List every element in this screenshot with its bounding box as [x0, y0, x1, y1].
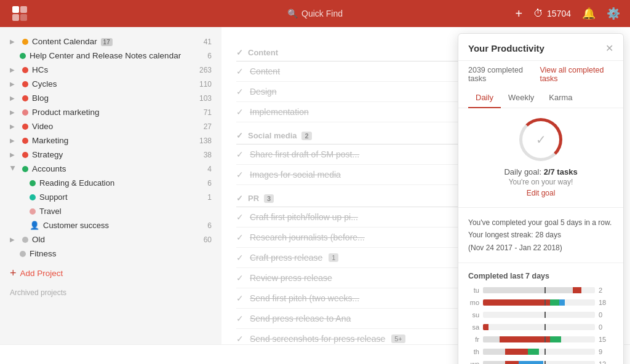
sidebar-item-product-marketing[interactable]: ▶ Product marketing 71 — [0, 105, 221, 119]
goal-area: ✓ Daily goal: 2/7 tasks You're on your w… — [458, 108, 623, 204]
sidebar-item-video[interactable]: ▶ Video 27 — [0, 119, 221, 133]
sidebar-item-travel[interactable]: Travel — [0, 204, 221, 218]
sidebar-item-cycles[interactable]: ▶ Cycles 110 — [0, 77, 221, 91]
tab-daily[interactable]: Daily — [468, 88, 501, 108]
project-dot — [22, 152, 28, 158]
chevron-right-icon: ▶ — [10, 137, 16, 144]
streak-area: You've completed your goal 5 days in a r… — [458, 212, 623, 259]
app-header: 🔍 Quick Find + ⏱ 15704 🔔 ⚙️ — [0, 0, 630, 27]
bar-row-sa: sa 0 — [468, 322, 613, 332]
check-icon: ✓ — [236, 87, 244, 97]
sidebar: ▶ Content Calendar 17 41 Help Center and… — [0, 27, 221, 364]
bar-row-fr: fr 15 — [468, 334, 613, 344]
notifications-icon[interactable]: 🔔 — [582, 7, 596, 20]
sidebar-item-marketing[interactable]: ▶ Marketing 138 — [0, 133, 221, 148]
main-layout: ▶ Content Calendar 17 41 Help Center and… — [0, 27, 630, 364]
chevron-right-icon: ▶ — [10, 109, 16, 116]
project-dot — [20, 53, 26, 59]
check-icon: ✓ — [236, 48, 243, 57]
check-icon: ✓ — [236, 66, 244, 76]
project-dot — [22, 109, 28, 116]
check-icon: ✓ — [236, 253, 244, 263]
project-dot — [22, 166, 28, 172]
project-dot — [30, 180, 36, 186]
add-button[interactable]: + — [515, 7, 522, 21]
chevron-right-icon: ▶ — [10, 81, 16, 87]
project-dot — [22, 237, 28, 243]
chevron-down-icon: ▶ — [10, 166, 17, 172]
search-icon: 🔍 — [287, 9, 298, 18]
sidebar-item-strategy[interactable]: ▶ Strategy 38 — [0, 148, 221, 162]
check-icon: ✓ — [236, 273, 244, 283]
chevron-right-icon: ▶ — [10, 151, 16, 158]
archived-projects-label: Archived projects — [0, 283, 221, 302]
chevron-right-icon: ▶ — [10, 236, 16, 243]
main-content: ✓ Content ✓ Content ✓ Design ✓ Implement… — [221, 27, 630, 364]
plus-icon: + — [10, 267, 17, 280]
bar-row-tu: tu 2 — [468, 285, 613, 295]
panel-tabs: Daily Weekly Karma — [458, 88, 623, 108]
chevron-right-icon: ▶ — [10, 66, 16, 73]
karma-icon: ⏱ — [533, 8, 543, 19]
project-dot — [22, 81, 28, 87]
sidebar-item-support[interactable]: Support 1 — [0, 190, 221, 204]
tab-karma[interactable]: Karma — [541, 88, 580, 108]
chevron-right-icon: ▶ — [10, 38, 16, 45]
sidebar-item-accounts[interactable]: ▶ Accounts 4 — [0, 162, 221, 176]
check-icon: ✓ — [236, 194, 243, 203]
karma-display[interactable]: ⏱ 15704 — [533, 8, 571, 19]
person-icon: 👤 — [30, 221, 39, 230]
bar-row-su: su 0 — [468, 310, 613, 320]
project-dot — [30, 194, 36, 200]
svg-rect-3 — [20, 14, 27, 21]
bar-row-th: th 9 — [468, 347, 613, 357]
bar-row-mo: mo 18 — [468, 298, 613, 307]
productivity-panel: Your Productivity ✕ 2039 completed tasks… — [458, 33, 624, 364]
chevron-right-icon: ▶ — [10, 95, 16, 101]
add-project-button[interactable]: + Add Project — [0, 263, 221, 283]
check-icon: ✓ — [236, 334, 244, 344]
project-dot — [22, 67, 28, 73]
panel-header: Your Productivity ✕ — [458, 34, 623, 61]
sidebar-item-hcs[interactable]: ▶ HCs 263 — [0, 63, 221, 77]
settings-icon[interactable]: ⚙️ — [607, 7, 620, 20]
sidebar-item-old[interactable]: ▶ Old 60 — [0, 232, 221, 247]
project-dot — [22, 39, 28, 45]
svg-rect-0 — [12, 6, 19, 13]
check-icon: ✓ — [236, 170, 244, 180]
check-icon: ✓ — [236, 149, 244, 159]
check-icon: ✓ — [236, 293, 244, 303]
check-icon: ✓ — [236, 232, 244, 242]
bar-row-we: we 12 — [468, 359, 613, 364]
project-dot — [20, 251, 26, 257]
project-dot — [22, 124, 28, 130]
check-icon: ✓ — [236, 314, 244, 323]
app-logo[interactable] — [10, 4, 30, 23]
completed-section: Completed last 7 days tu 2 mo — [458, 267, 623, 364]
header-actions: + ⏱ 15704 🔔 ⚙️ — [515, 7, 620, 21]
edit-goal-link[interactable]: Edit goal — [527, 189, 556, 197]
check-icon: ✓ — [536, 132, 546, 147]
sidebar-item-help-center[interactable]: Help Center and Release Notes calendar 6 — [0, 49, 221, 63]
project-dot — [22, 138, 28, 144]
project-dot — [22, 95, 28, 101]
sidebar-item-content-calendar[interactable]: ▶ Content Calendar 17 41 — [0, 34, 221, 49]
goal-circle: ✓ — [519, 118, 562, 161]
quick-find[interactable]: 🔍 Quick Find — [287, 9, 343, 18]
sidebar-item-customer-success[interactable]: 👤 Customer success 6 — [0, 218, 221, 232]
sidebar-item-reading-education[interactable]: Reading & Education 6 — [0, 176, 221, 190]
tab-weekly[interactable]: Weekly — [501, 88, 541, 108]
project-dot — [30, 208, 36, 215]
panel-close-button[interactable]: ✕ — [605, 42, 613, 54]
chevron-right-icon: ▶ — [10, 123, 16, 130]
sidebar-item-fitness[interactable]: Fitness — [0, 247, 221, 261]
panel-subtitle: 2039 completed tasks View all completed … — [458, 61, 623, 88]
check-icon: ✓ — [236, 212, 244, 222]
sidebar-item-blog[interactable]: ▶ Blog 103 — [0, 91, 221, 105]
view-all-link[interactable]: View all completed tasks — [540, 66, 613, 83]
check-icon: ✓ — [236, 131, 243, 140]
svg-rect-2 — [12, 14, 19, 21]
check-icon: ✓ — [236, 107, 244, 117]
svg-rect-1 — [20, 6, 27, 13]
